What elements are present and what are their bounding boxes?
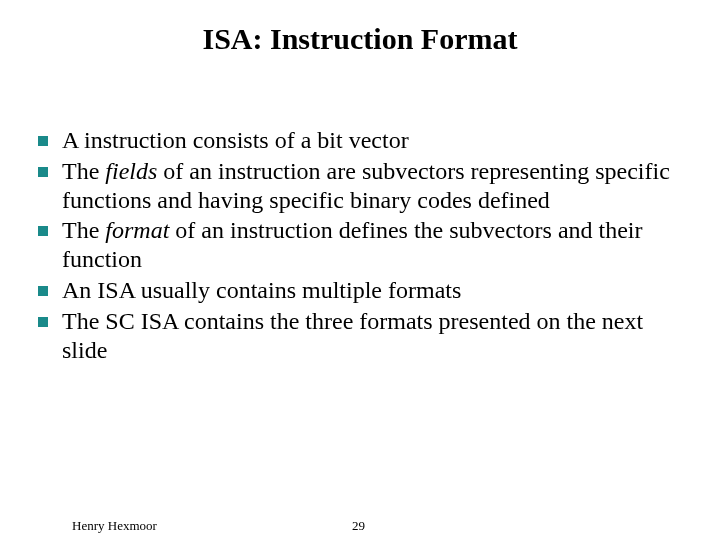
bullet-text: An ISA usually contains multiple formats bbox=[62, 276, 690, 305]
bullet-text: The SC ISA contains the three formats pr… bbox=[62, 307, 690, 365]
bullet-text: The fields of an instruction are subvect… bbox=[62, 157, 690, 215]
emphasis: format bbox=[105, 217, 169, 243]
bullet-icon bbox=[38, 167, 48, 177]
list-item: The format of an instruction defines the… bbox=[38, 216, 690, 274]
slide-content: A instruction consists of a bit vector T… bbox=[0, 126, 720, 364]
bullet-text: A instruction consists of a bit vector bbox=[62, 126, 690, 155]
bullet-icon bbox=[38, 136, 48, 146]
slide-title: ISA: Instruction Format bbox=[0, 22, 720, 56]
bullet-icon bbox=[38, 286, 48, 296]
footer-author: Henry Hexmoor bbox=[72, 518, 157, 534]
list-item: An ISA usually contains multiple formats bbox=[38, 276, 690, 305]
list-item: The SC ISA contains the three formats pr… bbox=[38, 307, 690, 365]
emphasis: fields bbox=[105, 158, 157, 184]
footer-page-number: 29 bbox=[352, 518, 365, 534]
bullet-text: The format of an instruction defines the… bbox=[62, 216, 690, 274]
bullet-icon bbox=[38, 226, 48, 236]
bullet-icon bbox=[38, 317, 48, 327]
list-item: A instruction consists of a bit vector bbox=[38, 126, 690, 155]
list-item: The fields of an instruction are subvect… bbox=[38, 157, 690, 215]
